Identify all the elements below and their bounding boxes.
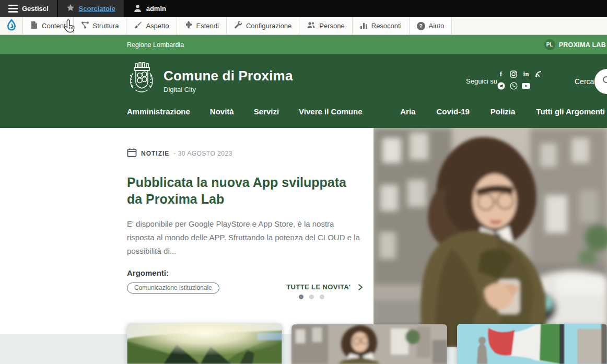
toolbar-item-help[interactable]: ? Aiuto <box>410 17 452 34</box>
star-icon <box>66 4 75 14</box>
structure-icon <box>81 21 89 31</box>
hero-image <box>373 128 607 347</box>
toolbar-item-structure[interactable]: Struttura <box>74 17 127 34</box>
topics-label: Argomenti: <box>127 268 363 277</box>
nav-covid-19[interactable]: Covid-19 <box>436 107 469 116</box>
telegram-icon[interactable] <box>497 81 505 90</box>
municipality-crest-icon <box>127 62 156 101</box>
search-label: Cerca <box>575 77 594 86</box>
news-title[interactable]: Pubblicata la nuova App sviluppata da Pr… <box>127 174 359 207</box>
paintbrush-icon <box>134 21 142 31</box>
carousel-dots <box>299 295 324 299</box>
user-label: admin <box>146 5 166 13</box>
shortcuts-button[interactable]: Scorciatoie <box>58 0 124 17</box>
nav-servizi[interactable]: Servizi <box>254 107 279 116</box>
toolbar-item-content[interactable]: Content <box>23 17 74 34</box>
user-icon <box>133 4 142 14</box>
rss-icon[interactable] <box>534 70 543 78</box>
drupal-admin-toolbar: Content Struttura Aspetto Estendi Config… <box>0 17 607 35</box>
search-button[interactable] <box>594 69 607 94</box>
manage-menu-button[interactable]: Gestisci <box>0 0 57 17</box>
follow-label: Seguici su <box>466 77 497 85</box>
carousel-dot-1[interactable] <box>299 295 304 299</box>
card-flag-image[interactable] <box>457 324 607 364</box>
proxima-lab-badge: PL <box>544 39 555 50</box>
whatsapp-icon[interactable] <box>509 81 518 90</box>
help-icon: ? <box>417 22 425 30</box>
toolbar-item-label: Struttura <box>93 22 119 30</box>
calendar-icon <box>127 148 137 159</box>
site-name: Comune di Proxima <box>164 68 293 84</box>
proxima-lab-label: PROXIMA LAB <box>559 41 606 49</box>
card-valley-image[interactable] <box>127 323 282 364</box>
people-icon <box>307 21 316 31</box>
region-link[interactable]: Regione Lombardia <box>127 41 184 49</box>
toolbar-item-label: Aiuto <box>429 22 445 30</box>
carousel-dot-3[interactable] <box>320 295 324 299</box>
toolbar-item-people[interactable]: Persone <box>299 17 352 34</box>
facebook-icon[interactable]: f <box>497 70 505 78</box>
drupal-logo-icon <box>5 18 18 34</box>
nav-polizia[interactable]: Polizia <box>491 107 516 116</box>
toolbar-item-appearance[interactable]: Aspetto <box>126 17 177 34</box>
puzzle-icon <box>184 21 193 31</box>
news-kicker: NOTIZIE <box>141 150 169 157</box>
news-excerpt: E' disponibile per Google PlayStore e Ap… <box>127 217 361 258</box>
toolbar-item-configuration[interactable]: Configurazione <box>227 17 299 34</box>
toolbar-item-label: Estendi <box>196 22 219 30</box>
drupal-admin-bar: Gestisci Scorciatoie admin <box>0 0 607 17</box>
toolbar-item-label: Content <box>42 22 66 30</box>
nav-vivere-il-comune[interactable]: Vivere il Comune <box>299 107 362 116</box>
hamburger-icon <box>8 5 18 13</box>
toolbar-item-label: Aspetto <box>146 22 169 30</box>
site-logo-link[interactable]: Comune di Proxima Digital City <box>127 62 293 101</box>
toolbar-item-extend[interactable]: Estendi <box>177 17 227 34</box>
all-news-link[interactable]: TUTTE LE NOVITA' <box>127 282 363 291</box>
carousel-dot-2[interactable] <box>309 295 314 299</box>
user-menu-button[interactable]: admin <box>125 0 174 17</box>
site-header: Comune di Proxima Digital City Seguici s… <box>0 54 607 128</box>
site-tagline: Digital City <box>164 86 293 93</box>
shortcuts-label: Scorciatoie <box>79 5 115 13</box>
page-root: Gestisci Scorciatoie admin <box>0 0 607 364</box>
nav-tutti-gli-argomenti[interactable]: Tutti gli Argomenti <box>536 107 605 116</box>
proxima-lab-link[interactable]: PL PROXIMA LAB <box>544 35 606 54</box>
toolbar-item-label: Persone <box>319 22 344 30</box>
nav-amministrazione[interactable]: Amministrazione <box>127 107 190 116</box>
bar-chart-icon <box>360 21 368 31</box>
news-date: - 30 AGOSTO 2023 <box>173 150 232 157</box>
social-links: f in <box>497 70 547 90</box>
linkedin-icon[interactable]: in <box>522 70 530 78</box>
nav-novita[interactable]: Novità <box>210 107 234 116</box>
toolbar-item-label: Resoconti <box>371 22 402 30</box>
toolbar-item-label: Configurazione <box>246 22 291 30</box>
news-article: NOTIZIE - 30 AGOSTO 2023 Pubblicata la n… <box>127 148 363 293</box>
wrench-icon <box>234 21 242 31</box>
all-news-label: TUTTE LE NOVITA' <box>286 283 351 291</box>
nav-aria[interactable]: Aria <box>400 107 415 116</box>
file-icon <box>30 21 38 31</box>
search-icon <box>602 75 607 88</box>
chevron-right-icon <box>357 284 363 291</box>
instagram-icon[interactable] <box>509 70 518 78</box>
drupal-home-button[interactable] <box>0 17 23 34</box>
region-bar: Regione Lombardia PL PROXIMA LAB <box>0 35 607 54</box>
card-street-image[interactable] <box>291 324 447 364</box>
main-navigation: Amministrazione Novità Servizi Vivere il… <box>0 107 607 116</box>
youtube-icon[interactable] <box>522 81 530 90</box>
toolbar-item-reports[interactable]: Resoconti <box>353 17 410 34</box>
manage-label: Gestisci <box>22 5 49 13</box>
